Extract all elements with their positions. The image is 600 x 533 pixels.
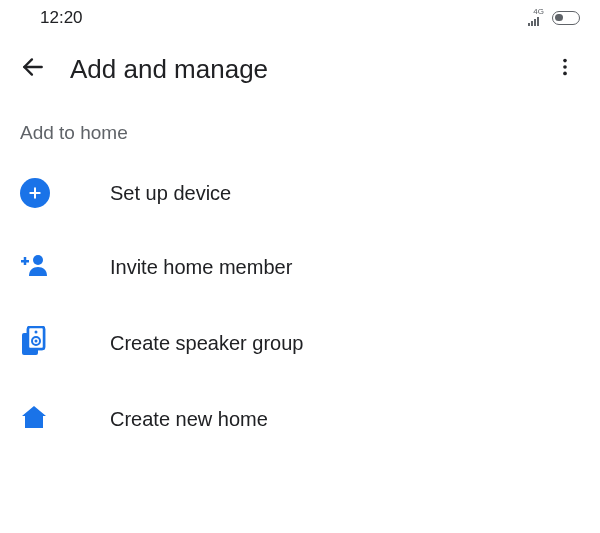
- svg-point-19: [35, 340, 38, 343]
- svg-point-17: [35, 331, 38, 334]
- home-icon: [20, 404, 48, 434]
- svg-rect-1: [531, 21, 533, 26]
- svg-point-7: [563, 72, 567, 76]
- plus-circle-icon: [20, 178, 50, 208]
- list-item-label: Create new home: [110, 408, 268, 431]
- list-item-label: Create speaker group: [110, 332, 303, 355]
- person-add-icon: [20, 252, 50, 282]
- list-item-create-home[interactable]: Create new home: [0, 382, 600, 456]
- list-item-setup-device[interactable]: Set up device: [0, 156, 600, 230]
- list-item-label: Invite home member: [110, 256, 292, 279]
- page-title: Add and manage: [70, 54, 526, 85]
- signal-indicator: 4G: [528, 8, 544, 28]
- status-icons: 4G: [528, 8, 580, 28]
- status-bar: 12:20 4G: [0, 0, 600, 36]
- svg-point-6: [563, 65, 567, 69]
- svg-rect-12: [24, 257, 27, 265]
- svg-point-5: [563, 59, 567, 63]
- list-item-invite-member[interactable]: Invite home member: [0, 230, 600, 304]
- svg-rect-3: [537, 17, 539, 26]
- svg-point-10: [33, 255, 43, 265]
- list-item-label: Set up device: [110, 182, 231, 205]
- battery-icon: [552, 11, 580, 25]
- svg-rect-0: [528, 23, 530, 26]
- back-button[interactable]: [20, 54, 46, 84]
- app-bar: Add and manage: [0, 36, 600, 102]
- list-item-speaker-group[interactable]: Create speaker group: [0, 304, 600, 382]
- svg-rect-2: [534, 19, 536, 26]
- overflow-menu-button[interactable]: [550, 52, 580, 86]
- status-time: 12:20: [40, 8, 83, 28]
- speaker-group-icon: [20, 326, 48, 360]
- section-header: Add to home: [0, 102, 600, 156]
